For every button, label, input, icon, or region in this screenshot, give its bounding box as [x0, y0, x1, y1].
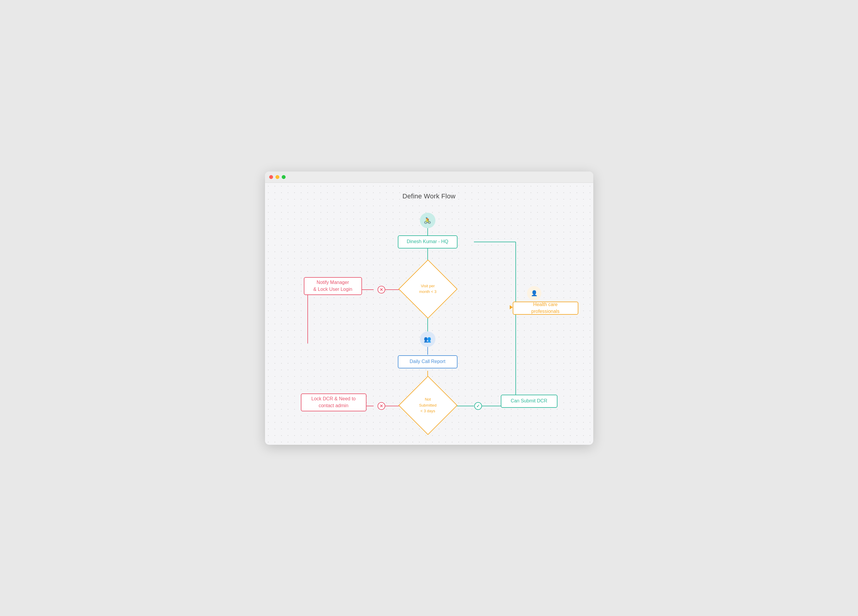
- notify-box[interactable]: Notify Manager & Lock User Login: [304, 277, 362, 295]
- app-window: Define Work Flow: [265, 172, 593, 445]
- not-submitted-diamond-label: NotSubmitted< 3 days: [419, 396, 437, 414]
- health-care-box[interactable]: Health care professionals: [513, 302, 578, 315]
- maximize-button[interactable]: [282, 175, 286, 179]
- titlebar: [265, 172, 593, 183]
- page-title: Define Work Flow: [265, 183, 593, 200]
- close-button[interactable]: [269, 175, 273, 179]
- flow-diagram: 🚴 Dinesh Kumar - HQ Visit permonth < 3 👤: [265, 200, 593, 445]
- visit-red-connector: ✕: [378, 286, 385, 293]
- group-icon: 👥: [420, 331, 435, 347]
- lock-dcr-box[interactable]: Lock DCR & Need to contact admin: [301, 394, 367, 411]
- minimize-button[interactable]: [275, 175, 279, 179]
- daily-call-box[interactable]: Daily Call Report: [398, 355, 457, 368]
- can-submit-box[interactable]: Can Submit DCR: [501, 395, 558, 408]
- healthcare-icon: 👤: [527, 286, 541, 300]
- not-submitted-diamond-wrapper: NotSubmitted< 3 days: [407, 385, 449, 426]
- visit-diamond-label: Visit permonth < 3: [419, 283, 436, 294]
- not-submitted-red-connector: ✕: [378, 402, 385, 410]
- dinesh-box[interactable]: Dinesh Kumar - HQ: [398, 235, 457, 248]
- cyclist-icon: 🚴: [420, 213, 435, 228]
- visit-diamond-wrapper: Visit permonth < 3: [407, 268, 449, 310]
- workflow-canvas: Define Work Flow: [265, 183, 593, 445]
- not-submitted-green-connector: ✓: [474, 402, 482, 410]
